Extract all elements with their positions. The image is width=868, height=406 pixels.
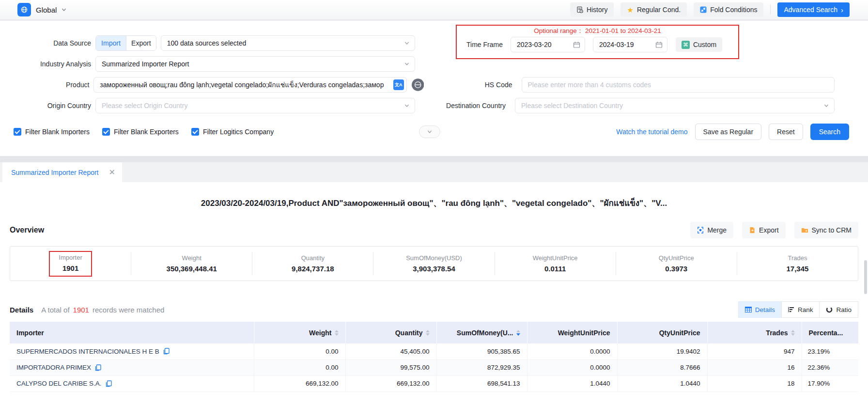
country-row: Origin Country Please select Origin Coun… bbox=[0, 98, 868, 113]
data-sources-value: 100 data sources selected bbox=[167, 39, 246, 47]
chevron-down-icon bbox=[404, 41, 409, 46]
optional-range-text: Optional range： 2021-01-01 to 2024-03-21 bbox=[457, 27, 738, 35]
weight-cell: 0.00 bbox=[254, 344, 345, 359]
report-content: 2023/03/20-2024/03/19,Product AND"заморо… bbox=[0, 182, 868, 406]
start-date-input[interactable]: 2023-03-20 bbox=[511, 37, 585, 52]
end-date-value: 2024-03-19 bbox=[599, 41, 634, 48]
weight-cell: 0.00 bbox=[254, 359, 345, 375]
view-ratio-button[interactable]: Ratio bbox=[819, 301, 858, 318]
product-label: Product bbox=[5, 81, 89, 89]
qup-cell: 8.7666 bbox=[617, 359, 707, 375]
chevron-down-icon bbox=[404, 103, 409, 108]
sort-caret-up-icon bbox=[426, 330, 430, 332]
importer-link[interactable]: CALYPSO DEL CARIBE S.A. bbox=[16, 380, 102, 387]
sync-crm-icon bbox=[801, 227, 808, 234]
time-frame-annotation-box: Optional range： 2021-01-01 to 2024-03-21… bbox=[456, 25, 739, 59]
origin-country-label: Origin Country bbox=[5, 102, 91, 109]
filter-blank-exporters-checkbox[interactable]: Filter Blank Exporters bbox=[102, 128, 179, 136]
scrollbar-thumb[interactable] bbox=[864, 260, 867, 294]
stat-value: 9,824,737.18 bbox=[292, 265, 334, 273]
globe-icon bbox=[17, 3, 31, 16]
region-selector[interactable]: Global bbox=[17, 3, 66, 16]
tutorial-demo-link[interactable]: Watch the tutorial demo bbox=[616, 128, 687, 136]
view-switcher: Details Rank Ratio bbox=[738, 301, 858, 318]
product-row: Product 文A HS Code bbox=[0, 77, 868, 93]
save-as-regular-button[interactable]: Save as Regular bbox=[695, 124, 762, 140]
translate-toggle-icon[interactable] bbox=[412, 78, 424, 91]
fold-conditions-button[interactable]: Fold Conditions bbox=[694, 2, 763, 17]
importer-link[interactable]: IMPORTADORA PRIMEX bbox=[16, 364, 91, 371]
regular-cond-button[interactable]: ★ Regular Cond. bbox=[620, 2, 687, 17]
view-rank-button[interactable]: Rank bbox=[781, 301, 820, 318]
search-button[interactable]: Search bbox=[810, 124, 849, 140]
copy-icon[interactable] bbox=[95, 364, 101, 371]
origin-country-select[interactable]: Please select Origin Country bbox=[95, 98, 415, 113]
sort-control[interactable] bbox=[791, 330, 795, 336]
export-toggle[interactable]: Export bbox=[126, 36, 156, 50]
table-row: CALYPSO DEL CARIBE S.A. 669,132.00 669,1… bbox=[10, 375, 858, 391]
chevron-right-icon: › bbox=[841, 6, 843, 14]
close-icon[interactable]: ✕ bbox=[109, 169, 115, 176]
tab-label: Summarized Importer Report bbox=[11, 169, 99, 176]
wup-cell: 0.0000 bbox=[527, 344, 617, 359]
filter-logitics-company-checkbox[interactable]: Filter Logitics Company bbox=[191, 128, 274, 136]
import-toggle[interactable]: Import bbox=[96, 36, 126, 50]
stat-sum-of-money: SumOfMoney(USD) 3,903,378.54 bbox=[373, 252, 494, 275]
sort-caret-down-icon bbox=[516, 333, 520, 336]
collapse-conditions-button[interactable] bbox=[419, 125, 440, 138]
sort-control[interactable] bbox=[426, 330, 430, 336]
data-sources-select[interactable]: 100 data sources selected bbox=[161, 35, 415, 51]
copy-icon[interactable] bbox=[163, 348, 170, 355]
industry-analysis-value: Summarized Importer Report bbox=[102, 60, 189, 68]
match-count: 1901 bbox=[73, 306, 89, 314]
tab-summarized-importer-report[interactable]: Summarized Importer Report ✕ bbox=[2, 162, 122, 182]
regular-cond-label: Regular Cond. bbox=[637, 6, 681, 14]
filter-blank-importers-checkbox[interactable]: Filter Blank Importers bbox=[14, 128, 90, 136]
export-icon bbox=[749, 227, 756, 234]
end-date-input[interactable]: 2024-03-19 bbox=[593, 37, 667, 52]
industry-analysis-select[interactable]: Summarized Importer Report bbox=[95, 56, 415, 72]
sort-caret-up-icon bbox=[791, 330, 795, 332]
start-date-value: 2023-03-20 bbox=[517, 41, 552, 48]
sort-control[interactable] bbox=[335, 330, 339, 336]
trades-cell: 18 bbox=[707, 375, 802, 391]
percentage-cell: 23.19% bbox=[802, 344, 858, 359]
copy-icon[interactable] bbox=[106, 380, 112, 387]
sort-caret-down-icon bbox=[426, 333, 430, 336]
sync-to-crm-button[interactable]: Sync to CRM bbox=[794, 222, 858, 238]
checkbox-checked-icon bbox=[102, 128, 110, 136]
history-icon bbox=[576, 6, 583, 13]
stat-quantity: Quantity 9,824,737.18 bbox=[252, 252, 373, 275]
stat-weight: Weight 350,369,448.41 bbox=[131, 252, 252, 275]
fold-icon bbox=[700, 6, 707, 13]
view-details-button[interactable]: Details bbox=[738, 301, 782, 318]
stat-label: WeightUnitPrice bbox=[533, 254, 578, 262]
export-button[interactable]: Export bbox=[742, 222, 785, 238]
col-weight-unit-price: WeightUnitPrice bbox=[558, 329, 610, 337]
product-input[interactable] bbox=[93, 77, 406, 93]
sort-control[interactable] bbox=[516, 330, 520, 336]
trades-cell: 16 bbox=[707, 359, 802, 375]
merge-label: Merge bbox=[707, 226, 727, 234]
chevron-down-icon bbox=[62, 7, 66, 12]
destination-country-label: Destination Country bbox=[416, 102, 506, 109]
hs-code-input[interactable] bbox=[522, 77, 835, 93]
importer-annotation-box: Importer 1901 bbox=[49, 251, 92, 277]
translate-badge-icon[interactable]: 文A bbox=[393, 79, 404, 90]
sort-caret-up-icon bbox=[335, 330, 339, 332]
reset-button[interactable]: Reset bbox=[769, 124, 803, 140]
view-details-label: Details bbox=[755, 306, 775, 313]
custom-range-button[interactable]: ⌘ Custom bbox=[676, 37, 722, 52]
ratio-icon bbox=[826, 306, 833, 313]
importer-link[interactable]: SUPERMERCADOS INTERNACIONALES H E B bbox=[16, 348, 159, 355]
sum-cell: 872,929.35 bbox=[436, 359, 527, 375]
history-button[interactable]: History bbox=[570, 2, 614, 17]
stat-value: 3,903,378.54 bbox=[413, 265, 455, 273]
destination-country-select[interactable]: Please select Destination Country bbox=[515, 98, 835, 113]
match-suffix: records were matched bbox=[93, 306, 164, 314]
advanced-search-button[interactable]: Advanced Search › bbox=[777, 2, 850, 17]
hs-code-label: HS Code bbox=[424, 81, 512, 89]
merge-button[interactable]: Merge bbox=[690, 222, 733, 238]
quantity-cell: 45,405.00 bbox=[345, 344, 436, 359]
stat-value: 0.0111 bbox=[544, 265, 566, 273]
